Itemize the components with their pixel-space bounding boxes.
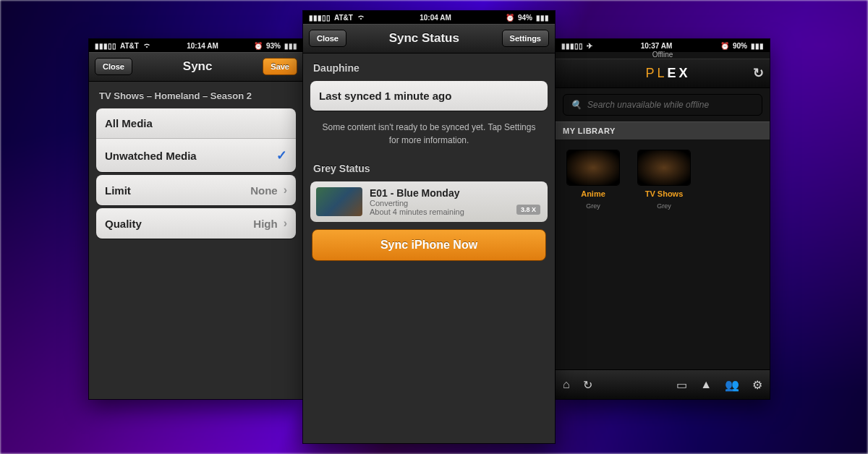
battery-icon: ▮▮▮ <box>284 42 297 50</box>
library-item-label: Anime <box>567 189 619 198</box>
wifi-icon <box>357 13 365 22</box>
page-title: Sync Status <box>389 31 459 46</box>
signal-icon: ▮▮▮▯▯ <box>561 42 583 50</box>
cell-label: Quality <box>105 218 142 230</box>
refresh-button[interactable]: ↻ <box>753 65 764 81</box>
alarm-icon: ⏰ <box>720 42 729 50</box>
limit-row[interactable]: Limit None› <box>96 175 296 205</box>
library-section-header: MY LIBRARY <box>556 121 770 140</box>
library-grid: Anime Grey TV Shows Grey <box>556 140 770 221</box>
airplane-icon: ✈ <box>587 42 592 50</box>
tab-users-icon[interactable]: 👥 <box>725 378 739 392</box>
episode-status: Converting <box>370 199 464 207</box>
battery-icon: ▮▮▮ <box>536 14 549 22</box>
wifi-icon <box>142 41 151 50</box>
signal-icon: ▮▮▮▯▯ <box>95 42 116 50</box>
search-icon: 🔍 <box>571 100 582 110</box>
search-input[interactable]: 🔍 Search unavailable while offline <box>563 94 762 116</box>
episode-eta: About 4 minutes remaining <box>370 207 464 216</box>
cell-label: Limit <box>105 184 131 197</box>
checkmark-icon: ✓ <box>276 147 287 163</box>
library-item-label: TV Shows <box>638 189 690 198</box>
tab-bar: ⌂ ↻ ▭ ▲ 👥 ⚙ <box>556 369 770 399</box>
status-bar: ▮▮▮▯▯ AT&T 10:04 AM ⏰ 94% ▮▮▮ <box>303 11 555 24</box>
battery-icon: ▮▮▮ <box>751 42 764 50</box>
phone-sync-settings: ▮▮▮▯▯ AT&T 10:14 AM ⏰ 93% ▮▮▮ Close Sync… <box>89 39 303 399</box>
cell-label: All Media <box>105 117 153 129</box>
phone-sync-status: ▮▮▮▯▯ AT&T 10:04 AM ⏰ 94% ▮▮▮ Close Sync… <box>303 11 555 443</box>
carrier-label: AT&T <box>334 14 353 22</box>
sync-now-button[interactable]: Sync iPhone Now <box>312 229 546 261</box>
library-thumbnail <box>567 150 619 185</box>
nav-bar: Close Sync Status Settings <box>303 24 555 53</box>
breadcrumb: TV Shows – Homeland – Season 2 <box>89 82 303 106</box>
tab-server-icon[interactable]: ▲ <box>700 378 712 391</box>
battery-label: 93% <box>266 42 281 50</box>
cell-label: Unwatched Media <box>105 150 197 162</box>
chevron-right-icon: › <box>284 217 287 230</box>
quality-group: Quality High› <box>96 208 296 239</box>
clock-label: 10:37 AM <box>641 42 673 50</box>
tab-settings-icon[interactable]: ⚙ <box>752 378 762 392</box>
tab-home-icon[interactable]: ⌂ <box>563 378 570 391</box>
server-name-dauphine: Dauphine <box>303 53 555 78</box>
filter-all-media[interactable]: All Media <box>96 108 296 139</box>
server-name-grey: Grey Status <box>303 154 555 179</box>
offline-indicator: Offline <box>556 51 770 59</box>
library-item-sub: Grey <box>657 202 671 210</box>
search-placeholder: Search unavailable while offline <box>587 100 709 110</box>
library-item-tvshows[interactable]: TV Shows Grey <box>638 150 690 211</box>
last-synced-label: Last synced 1 minute ago <box>319 90 451 102</box>
alarm-icon: ⏰ <box>254 42 263 50</box>
carrier-label: AT&T <box>120 42 139 50</box>
status-bar: ▮▮▮▯▯ AT&T 10:14 AM ⏰ 93% ▮▮▮ <box>89 39 303 52</box>
clock-label: 10:14 AM <box>187 42 218 50</box>
chevron-right-icon: › <box>284 184 287 197</box>
cell-value: None <box>250 184 278 197</box>
sync-hint-text: Some content isn't ready to be synced ye… <box>303 113 555 154</box>
signal-icon: ▮▮▮▯▯ <box>309 14 331 22</box>
limit-group: Limit None› <box>96 175 296 205</box>
close-button[interactable]: Close <box>95 58 132 75</box>
library-thumbnail <box>638 150 690 185</box>
clock-label: 10:04 AM <box>420 14 451 22</box>
filter-unwatched-media[interactable]: Unwatched Media ✓ <box>96 139 296 172</box>
library-item-sub: Grey <box>586 202 600 210</box>
save-button[interactable]: Save <box>263 58 297 75</box>
last-synced-row[interactable]: Last synced 1 minute ago <box>310 81 548 111</box>
settings-button[interactable]: Settings <box>502 30 549 47</box>
page-title: Sync <box>183 59 213 74</box>
tab-display-icon[interactable]: ▭ <box>676 378 687 392</box>
cell-value: High <box>253 218 277 230</box>
speed-badge: 3.8 X <box>516 205 540 215</box>
quality-row[interactable]: Quality High› <box>96 208 296 239</box>
episode-thumbnail <box>316 187 362 216</box>
phone-plex-library: ▮▮▮▯▯ ✈ 10:37 AM ⏰ 90% ▮▮▮ Offline PLEX … <box>556 39 770 399</box>
battery-label: 90% <box>733 42 747 50</box>
close-button[interactable]: Close <box>309 30 346 47</box>
nav-bar: PLEX ↻ <box>556 59 770 88</box>
brand-logo: PLEX <box>645 66 690 81</box>
sync-item-row[interactable]: E01 - Blue Monday Converting About 4 min… <box>310 181 548 222</box>
battery-label: 94% <box>518 14 532 22</box>
library-item-anime[interactable]: Anime Grey <box>567 150 619 211</box>
nav-bar: Close Sync Save <box>89 52 303 82</box>
alarm-icon: ⏰ <box>506 14 514 22</box>
episode-title: E01 - Blue Monday <box>370 187 464 199</box>
tab-refresh-icon[interactable]: ↻ <box>583 378 592 392</box>
filter-group: All Media Unwatched Media ✓ <box>96 108 296 172</box>
